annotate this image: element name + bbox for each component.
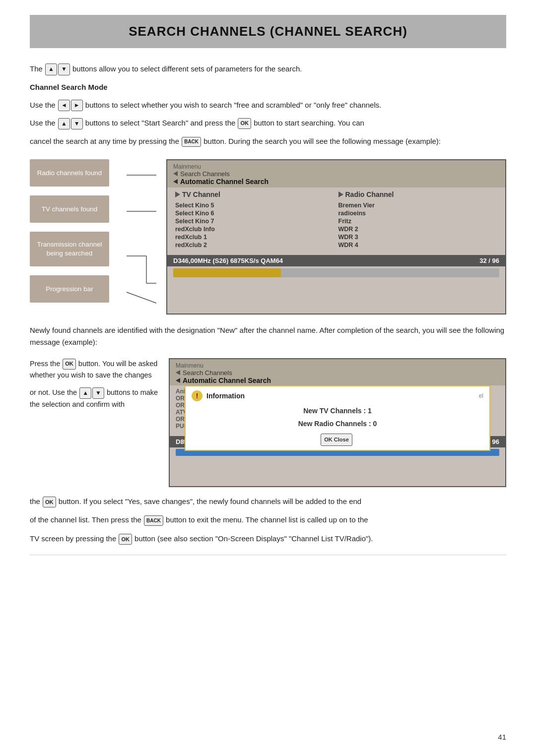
tv-ch-3: Select Kino 7 bbox=[175, 217, 335, 225]
ok-close-btn[interactable]: OK Close bbox=[321, 434, 352, 446]
tv-arrow-icon bbox=[175, 191, 180, 197]
press-ok-text: Press the OK button. You will be asked w… bbox=[30, 358, 159, 381]
ok-key3: OK bbox=[43, 497, 56, 508]
tv-header-text: TV Channel bbox=[182, 190, 220, 198]
transmission-label: Transmission channel being searched bbox=[30, 232, 109, 266]
radio-ch-4: WDR 2 bbox=[338, 225, 498, 233]
intro-paragraph: The ▲▼ buttons allow you to select diffe… bbox=[30, 63, 506, 75]
screen1: Mainmenu Search Channels Automatic Chann… bbox=[166, 159, 506, 315]
ok-key: OK bbox=[238, 118, 251, 129]
the-text: The bbox=[30, 64, 43, 73]
automatic-text: Automatic Channel Search bbox=[180, 178, 268, 186]
popup-el: el bbox=[479, 392, 483, 399]
intro-text: buttons allow you to select different se… bbox=[72, 64, 302, 73]
cancel-text2: button. During the search you will see t… bbox=[203, 137, 441, 145]
page-number: 41 bbox=[498, 733, 506, 741]
screen2-mainmenu: Mainmenu bbox=[176, 362, 499, 369]
search-channels-level: Search Channels bbox=[173, 170, 499, 178]
info-popup: ! Information el New TV Channels : 1 New… bbox=[185, 385, 490, 451]
screen2-search-channels: Search Channels bbox=[176, 369, 499, 377]
labels-column: Radio channels found TV channels found T… bbox=[30, 159, 127, 315]
up-key: ▲ bbox=[45, 63, 57, 75]
bottom3-text1: TV screen by pressing the bbox=[30, 534, 118, 543]
s2-arrow-left2-icon bbox=[176, 378, 180, 383]
ok-close-row: OK Close bbox=[192, 433, 483, 446]
progression-label: Progression bar bbox=[30, 275, 109, 303]
down-key3: ▼ bbox=[92, 387, 104, 399]
left-key: ◄ bbox=[58, 100, 70, 111]
info-title: Information bbox=[206, 392, 245, 400]
screen2-header: Mainmenu Search Channels Automatic Chann… bbox=[170, 359, 505, 385]
tv-ch-4: redXclub Info bbox=[175, 225, 335, 233]
radio-header-text: Radio Channel bbox=[345, 190, 394, 198]
back-key2: BACK bbox=[144, 515, 163, 526]
bottom-text2: of the channel list. Then press the BACK… bbox=[30, 513, 506, 526]
tv-ch-1: Select Kino 5 bbox=[175, 201, 335, 209]
screen2-content: Animal ORF1 ORF2S ATV ORF2 O PULS 4 Mega… bbox=[170, 385, 505, 432]
diagram1: Radio channels found TV channels found T… bbox=[30, 159, 506, 315]
start-search-text1: buttons to select "Start Search" and pre… bbox=[85, 119, 238, 127]
screen1-progress-fill bbox=[173, 268, 281, 277]
newly-found-paragraph: Newly found channels are identified with… bbox=[30, 324, 506, 348]
screen2-automatic: Automatic Channel Search bbox=[176, 377, 499, 384]
search-channels-text: Search Channels bbox=[180, 170, 230, 178]
diagram2: Press the OK button. You will be asked w… bbox=[30, 358, 506, 487]
channel-table: TV Channel Select Kino 5 Select Kino 6 S… bbox=[167, 188, 505, 252]
screen2: Mainmenu Search Channels Automatic Chann… bbox=[169, 358, 506, 487]
connectors bbox=[127, 159, 166, 315]
start-search-paragraph: Use the ▲▼ buttons to select "Start Sear… bbox=[30, 117, 506, 129]
ok-key2: OK bbox=[63, 359, 76, 370]
tv-col-header: TV Channel bbox=[175, 190, 335, 199]
mode-desc-text: buttons to select whether you wish to se… bbox=[85, 101, 382, 109]
page-title: SEARCH CHANNELS (CHANNEL SEARCH) bbox=[30, 15, 506, 48]
radio-ch-6: WDR 4 bbox=[338, 241, 498, 249]
screen1-header: Mainmenu Search Channels Automatic Chann… bbox=[167, 160, 505, 188]
screen2-automatic-text: Automatic Channel Search bbox=[183, 377, 271, 384]
bottom3-text2: button (see also section "On-Screen Disp… bbox=[134, 534, 373, 543]
mainmenu-label: Mainmenu bbox=[173, 163, 499, 170]
ok-key4: OK bbox=[119, 534, 132, 545]
press-the: Press the bbox=[30, 360, 62, 368]
radio-arrow-icon bbox=[338, 191, 343, 197]
popup-header: ! Information el bbox=[192, 390, 483, 401]
or-not1: or not. Use the bbox=[30, 388, 79, 396]
bottom2-text2: button to exit the menu. The channel lis… bbox=[166, 515, 368, 524]
warning-icon: ! bbox=[192, 390, 202, 401]
back-key: BACK bbox=[182, 137, 201, 147]
bottom-text1: the OK button. If you select "Yes, save … bbox=[30, 495, 506, 508]
page-wrapper: SEARCH CHANNELS (CHANNEL SEARCH) The ▲▼ … bbox=[0, 0, 536, 756]
tv-ch-6: redXclub 2 bbox=[175, 241, 335, 249]
status-text: D346,00MHz (S26) 6875KS/s QAM64 bbox=[173, 257, 283, 264]
bottom-text1-content: button. If you select "Yes, save changes… bbox=[59, 497, 362, 505]
svg-line-5 bbox=[127, 292, 156, 303]
up-key2: ▲ bbox=[58, 118, 70, 129]
screen1-status-bar: D346,00MHz (S26) 6875KS/s QAM64 32 / 96 bbox=[167, 255, 505, 266]
right-key: ► bbox=[71, 100, 83, 111]
down-key: ▼ bbox=[58, 63, 70, 75]
down-key2: ▼ bbox=[71, 118, 83, 129]
bottom-text3: TV screen by pressing the OK button (see… bbox=[30, 532, 506, 545]
radio-ch-1: Bremen Vier bbox=[338, 201, 498, 209]
new-tv-text: New TV Channels : 1 bbox=[192, 404, 483, 418]
screen2-search-text: Search Channels bbox=[183, 369, 232, 377]
tv-ch-2: Select Kino 6 bbox=[175, 209, 335, 217]
the-text2: the bbox=[30, 497, 42, 505]
progress-count: 32 / 96 bbox=[479, 257, 499, 264]
left-text-col: Press the OK button. You will be asked w… bbox=[30, 358, 169, 410]
screen1-progress-bar bbox=[173, 268, 499, 277]
arrow-left-icon bbox=[173, 171, 178, 176]
radio-ch-2: radioeins bbox=[338, 209, 498, 217]
radio-ch-3: Fritz bbox=[338, 217, 498, 225]
popup-content: New TV Channels : 1 New Radio Channels :… bbox=[192, 404, 483, 446]
start-search-text2: button to start searching. You can bbox=[254, 119, 364, 127]
cancel-paragraph: cancel the search at any time by pressin… bbox=[30, 135, 506, 147]
arrow-left2-icon bbox=[173, 179, 178, 184]
up-key3: ▲ bbox=[79, 387, 91, 399]
channel-search-mode-label: Channel Search Mode bbox=[30, 81, 506, 93]
cancel-text1: cancel the search at any time by pressin… bbox=[30, 137, 181, 145]
radio-col-header: Radio Channel bbox=[338, 190, 498, 199]
tv-channel-col: TV Channel Select Kino 5 Select Kino 6 S… bbox=[173, 189, 336, 250]
or-not-text: or not. Use the ▲▼ buttons to make the s… bbox=[30, 387, 159, 410]
new-radio-text: New Radio Channels : 0 bbox=[192, 417, 483, 431]
radio-ch-5: WDR 3 bbox=[338, 233, 498, 241]
